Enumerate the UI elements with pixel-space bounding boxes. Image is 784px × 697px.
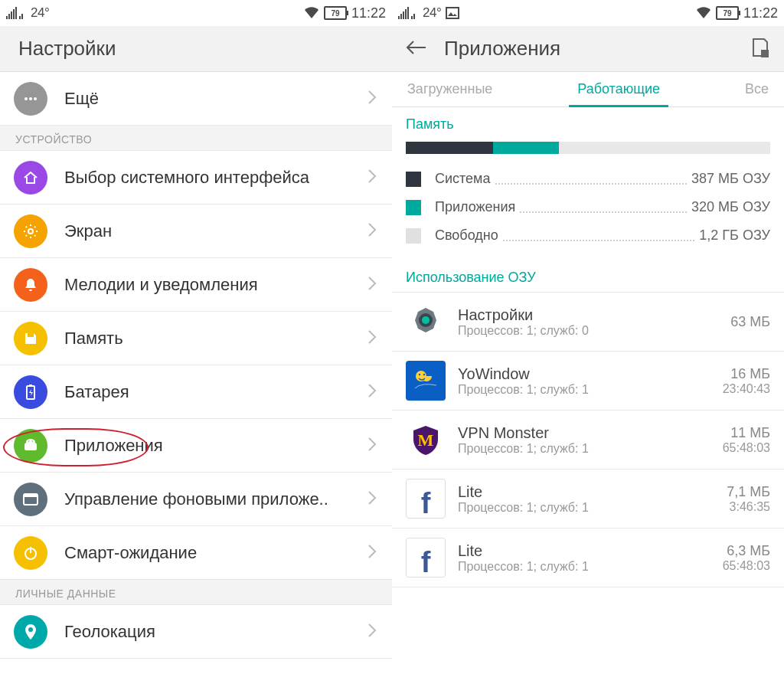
svg-point-14 — [28, 440, 30, 442]
row-label: Батарея — [64, 382, 361, 402]
row-home-ui[interactable]: Выбор системного интерфейса — [0, 151, 392, 205]
section-device: УСТРОЙСТВО — [0, 126, 392, 151]
battery-icon — [14, 375, 47, 409]
app-icon-vpn: M — [406, 420, 446, 460]
svg-rect-23 — [405, 9, 407, 19]
row-geo[interactable]: Геолокация — [0, 605, 392, 659]
svg-rect-0 — [6, 16, 8, 19]
chevron-right-icon — [368, 383, 377, 401]
app-row[interactable]: f Lite Процессов: 1; служб: 1 7,1 МБ 3:4… — [392, 470, 784, 528]
app-name: Lite — [458, 483, 714, 501]
temperature: 24° — [423, 5, 441, 21]
running-content[interactable]: Память Система 387 МБ ОЗУ Приложения 320… — [392, 107, 784, 697]
app-icon-facebook: f — [406, 538, 446, 578]
window-icon — [14, 483, 47, 516]
app-sub: Процессов: 1; служб: 0 — [458, 324, 718, 338]
app-size: 7,1 МБ — [727, 484, 770, 500]
row-bg-apps[interactable]: Управление фоновыми приложе.. — [0, 473, 392, 526]
app-row[interactable]: M VPN Monster Процессов: 1; служб: 1 11 … — [392, 411, 784, 470]
signal-icon — [6, 7, 24, 19]
row-label: Управление фоновыми приложе.. — [64, 489, 361, 509]
save-icon — [14, 322, 47, 355]
app-name: Настройки — [458, 306, 718, 324]
swatch-system — [406, 172, 421, 187]
app-sub: Процессов: 1; служб: 1 — [458, 560, 710, 574]
row-apps[interactable]: Приложения — [0, 419, 392, 473]
chevron-right-icon — [368, 623, 377, 641]
wifi-icon — [696, 7, 711, 19]
svg-rect-5 — [19, 16, 21, 19]
memory-value: 1,2 ГБ ОЗУ — [699, 227, 770, 244]
title-bar: Настройки — [0, 26, 392, 72]
memory-value: 387 МБ ОЗУ — [691, 171, 770, 187]
row-battery[interactable]: Батарея — [0, 365, 392, 419]
svg-rect-28 — [761, 50, 769, 57]
row-memory[interactable]: Память — [0, 312, 392, 365]
screen-settings: 24° 79 11:22 Настройки Ещё УСТРОЙСТВО Вы… — [0, 0, 392, 697]
svg-rect-27 — [446, 8, 459, 18]
svg-rect-26 — [413, 14, 415, 19]
svg-rect-4 — [15, 7, 17, 19]
back-button[interactable] — [400, 34, 432, 64]
app-row[interactable]: f Lite Процессов: 1; служб: 1 6,3 МБ 65:… — [392, 528, 784, 587]
row-label: Ещё — [64, 89, 361, 109]
dots — [495, 174, 688, 185]
svg-rect-2 — [11, 11, 12, 19]
section-personal: ЛИЧНЫЕ ДАННЫЕ — [0, 580, 392, 605]
app-size: 16 МБ — [723, 366, 770, 382]
app-time: 3:46:35 — [727, 500, 770, 514]
swatch-free — [406, 228, 421, 244]
status-bar: 24° 79 11:22 — [392, 0, 784, 26]
app-icon-facebook: f — [406, 479, 446, 519]
app-name: VPN Monster — [458, 424, 710, 442]
svg-point-31 — [422, 316, 430, 324]
temperature: 24° — [31, 5, 49, 21]
app-row[interactable]: Настройки Процессов: 1; служб: 0 63 МБ — [392, 293, 784, 352]
swatch-apps — [406, 200, 421, 215]
clock: 11:22 — [743, 5, 778, 21]
app-row[interactable]: YoWindow Процессов: 1; служб: 1 16 МБ 23… — [392, 352, 784, 411]
dots — [520, 202, 687, 213]
bell-icon — [14, 268, 47, 302]
app-time: 65:48:03 — [723, 559, 770, 573]
tab-all[interactable]: Все — [730, 72, 784, 106]
svg-point-13 — [26, 439, 35, 445]
app-name: Lite — [458, 542, 710, 560]
svg-text:M: M — [418, 430, 434, 450]
app-name: YoWindow — [458, 365, 710, 383]
page-title: Настройки — [18, 37, 116, 61]
row-sound[interactable]: Мелодии и уведомления — [0, 258, 392, 312]
svg-rect-20 — [398, 16, 400, 19]
wifi-icon — [304, 7, 319, 19]
memory-label: Система — [435, 171, 491, 187]
chevron-right-icon — [368, 276, 377, 294]
svg-point-15 — [32, 440, 34, 442]
memory-bar-apps — [493, 142, 559, 154]
memory-bar-system — [406, 142, 493, 154]
app-size: 6,3 МБ — [723, 543, 770, 559]
tab-running[interactable]: Работающие — [508, 72, 730, 106]
app-sub: Процессов: 1; служб: 1 — [458, 501, 714, 515]
sdcard-icon[interactable] — [747, 33, 773, 65]
row-smart[interactable]: Смарт-ожидание — [0, 526, 392, 580]
app-time: 23:40:43 — [723, 382, 770, 396]
tabs: Загруженные Работающие Все — [392, 72, 784, 107]
svg-rect-24 — [407, 7, 409, 19]
row-screen[interactable]: Экран — [0, 205, 392, 258]
row-more[interactable]: Ещё — [0, 72, 392, 126]
svg-rect-21 — [400, 14, 402, 19]
dots — [503, 231, 695, 241]
settings-list[interactable]: Ещё УСТРОЙСТВО Выбор системного интерфей… — [0, 72, 392, 697]
power-icon — [14, 536, 47, 570]
svg-point-33 — [419, 374, 420, 375]
app-size: 11 МБ — [723, 425, 770, 441]
tab-downloaded[interactable]: Загруженные — [392, 72, 508, 106]
memory-row-free: Свободно 1,2 ГБ ОЗУ — [392, 221, 784, 250]
svg-point-10 — [28, 229, 33, 234]
memory-label: Свободно — [435, 227, 498, 244]
android-icon — [14, 429, 47, 463]
row-label: Геолокация — [64, 622, 361, 642]
memory-value: 320 МБ ОЗУ — [691, 199, 770, 215]
svg-rect-6 — [21, 14, 23, 19]
svg-rect-25 — [411, 16, 413, 19]
